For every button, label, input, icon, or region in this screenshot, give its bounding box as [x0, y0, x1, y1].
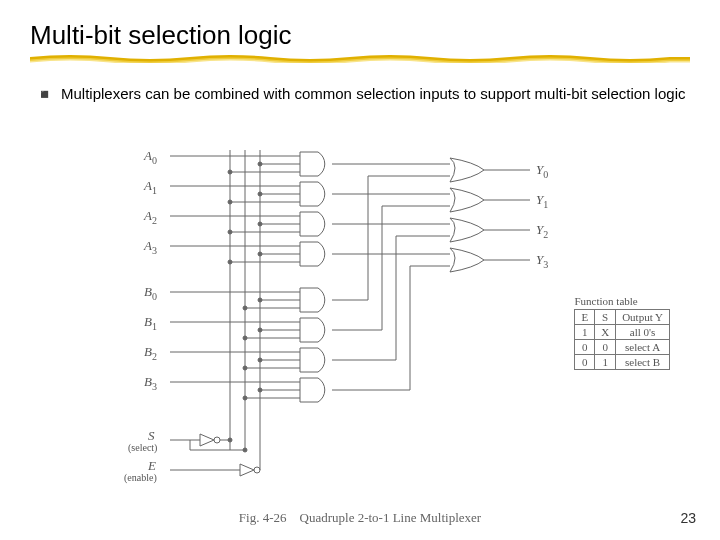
- ft-header: E: [575, 310, 595, 325]
- label-a1: A1: [144, 178, 157, 196]
- svg-point-7: [228, 170, 232, 174]
- function-table: Function table E S Output Y 1 X all 0's …: [574, 295, 670, 370]
- bullet-item: ◾ Multiplexers can be combined with comm…: [36, 85, 690, 103]
- ft-cell: X: [595, 325, 616, 340]
- svg-point-66: [228, 438, 232, 442]
- svg-point-55: [243, 366, 247, 370]
- circuit-diagram: A0 A1 A2 A3 B0 B1 B2 B3 Y0 Y1 Y2 Y3 S (s…: [150, 150, 620, 510]
- ft-cell: 0: [575, 355, 595, 370]
- label-b0: B0: [144, 284, 157, 302]
- label-select-sub: (select): [128, 442, 157, 453]
- svg-point-49: [243, 336, 247, 340]
- function-table-caption: Function table: [574, 295, 670, 309]
- ft-header: S: [595, 310, 616, 325]
- label-b2: B2: [144, 344, 157, 362]
- label-a3: A3: [144, 238, 157, 256]
- ft-cell: 1: [575, 325, 595, 340]
- title-underline: [30, 55, 690, 63]
- svg-point-23: [258, 222, 262, 226]
- bullet-marker: ◾: [36, 85, 53, 103]
- ft-cell: all 0's: [616, 325, 670, 340]
- label-y1: Y1: [536, 192, 548, 210]
- label-a0: A0: [144, 148, 157, 166]
- svg-point-34: [228, 260, 232, 264]
- page-number: 23: [680, 510, 696, 526]
- svg-point-16: [228, 200, 232, 204]
- label-enable-sub: (enable): [124, 472, 157, 483]
- label-b3: B3: [144, 374, 157, 392]
- ft-cell: 0: [595, 340, 616, 355]
- bullet-text: Multiplexers can be combined with common…: [61, 85, 685, 103]
- ft-cell: select B: [616, 355, 670, 370]
- svg-point-5: [258, 162, 262, 166]
- svg-point-43: [243, 306, 247, 310]
- figure-caption: Fig. 4-26 Quadruple 2-to-1 Line Multiple…: [0, 510, 720, 526]
- svg-point-25: [228, 230, 232, 234]
- svg-point-61: [243, 396, 247, 400]
- ft-cell: 1: [595, 355, 616, 370]
- svg-point-14: [258, 192, 262, 196]
- label-a2: A2: [144, 208, 157, 226]
- ft-header: Output Y: [616, 310, 670, 325]
- label-y2: Y2: [536, 222, 548, 240]
- svg-point-41: [258, 298, 262, 302]
- label-y0: Y0: [536, 162, 548, 180]
- ft-cell: 0: [575, 340, 595, 355]
- ft-cell: select A: [616, 340, 670, 355]
- label-b1: B1: [144, 314, 157, 332]
- svg-point-47: [258, 328, 262, 332]
- label-y3: Y3: [536, 252, 548, 270]
- svg-point-53: [258, 358, 262, 362]
- svg-point-69: [243, 448, 247, 452]
- svg-point-32: [258, 252, 262, 256]
- slide-title: Multi-bit selection logic: [30, 20, 690, 51]
- svg-point-59: [258, 388, 262, 392]
